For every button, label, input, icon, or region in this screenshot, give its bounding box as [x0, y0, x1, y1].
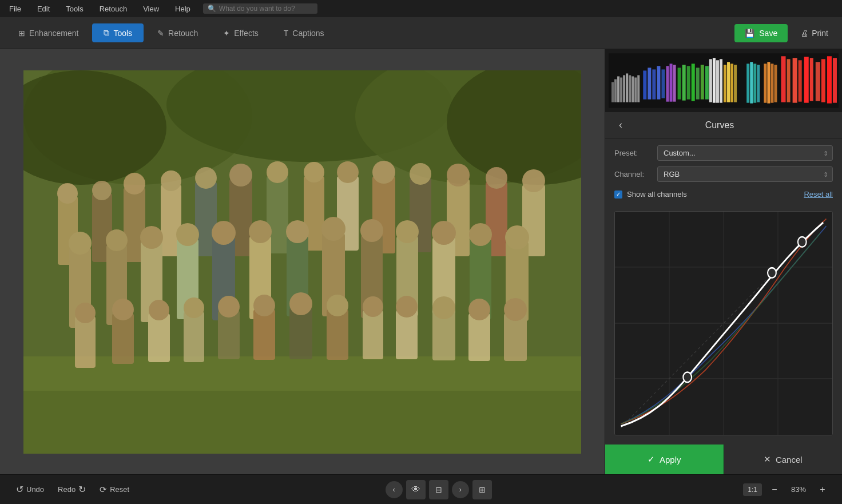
svg-rect-126: [724, 65, 726, 102]
compare-icon: ⊟: [435, 485, 442, 494]
print-button[interactable]: 🖨 Print: [793, 24, 835, 42]
svg-rect-141: [720, 59, 722, 102]
svg-rect-120: [632, 76, 634, 102]
search-icon: 🔍: [208, 5, 216, 13]
reset-all-link[interactable]: Reset all: [804, 190, 833, 199]
svg-rect-135: [767, 62, 770, 103]
svg-rect-91: [781, 56, 786, 102]
channel-row: Channel: RGB Red Green Blue Luminance: [614, 166, 833, 182]
eye-button[interactable]: 👁: [406, 480, 426, 499]
svg-rect-133: [757, 65, 760, 102]
svg-rect-100: [833, 58, 837, 102]
view-button[interactable]: ⊞: [472, 480, 492, 499]
undo-button[interactable]: ↺ Undo: [11, 482, 49, 497]
tab-effects[interactable]: ✦ Effects: [212, 23, 270, 42]
zoom-in-button[interactable]: +: [815, 482, 831, 498]
apply-button[interactable]: ✓ Apply: [605, 445, 724, 474]
svg-rect-105: [696, 68, 700, 99]
svg-rect-132: [753, 64, 756, 102]
nav-next-button[interactable]: ›: [452, 481, 469, 498]
svg-rect-99: [827, 56, 832, 103]
search-box[interactable]: 🔍: [203, 3, 317, 14]
svg-rect-107: [705, 66, 709, 99]
svg-rect-124: [670, 64, 673, 101]
cancel-x-icon: ✕: [764, 454, 771, 465]
curves-controls: Preset: Custom... Default Contrast+ Cont…: [605, 138, 842, 211]
toolbar-right: 💾 Save 🖨 Print: [734, 24, 835, 42]
effects-icon: ✦: [223, 29, 230, 38]
zoom-out-button[interactable]: −: [766, 482, 783, 498]
cancel-button[interactable]: ✕ Cancel: [724, 445, 843, 474]
svg-rect-95: [804, 57, 809, 102]
back-button[interactable]: ‹: [614, 118, 627, 132]
nav-prev-button[interactable]: ‹: [386, 481, 403, 498]
redo-icon: ↻: [78, 484, 86, 495]
redo-button[interactable]: Redo ↻: [53, 482, 90, 497]
photo-svg: [23, 70, 581, 454]
svg-rect-106: [701, 65, 704, 99]
tab-enhancement[interactable]: ⊞ Enhancement: [7, 23, 90, 42]
curves-svg: [615, 212, 832, 435]
menu-file[interactable]: File: [6, 3, 25, 14]
menu-edit[interactable]: Edit: [34, 3, 53, 14]
svg-rect-94: [799, 60, 802, 101]
svg-rect-104: [692, 64, 695, 101]
svg-rect-127: [727, 62, 730, 102]
photo-container: [23, 70, 581, 454]
curves-panel: ‹ Curves Preset: Custom... Default Contr…: [605, 112, 842, 445]
save-button[interactable]: 💾 Save: [734, 24, 788, 42]
svg-rect-92: [787, 59, 791, 102]
toolbar: ⊞ Enhancement ⧉ Tools ✎ Retouch ✦ Effect…: [0, 17, 842, 49]
svg-rect-89: [23, 70, 581, 454]
svg-rect-134: [764, 64, 766, 102]
tab-tools[interactable]: ⧉ Tools: [92, 23, 144, 42]
svg-rect-93: [793, 58, 797, 102]
curves-graph[interactable]: [614, 211, 833, 435]
menu-view[interactable]: View: [140, 3, 162, 14]
svg-rect-110: [652, 69, 656, 99]
histogram-svg: [609, 53, 839, 109]
right-panel: ‹ Curves Preset: Custom... Default Contr…: [605, 49, 842, 474]
reset-button[interactable]: ⟳ Reset: [95, 482, 134, 497]
search-input[interactable]: [219, 5, 311, 13]
zoom-level: 83%: [787, 485, 810, 494]
menu-retouch[interactable]: Retouch: [96, 3, 130, 14]
canvas-area[interactable]: [0, 49, 605, 474]
tab-retouch[interactable]: ✎ Retouch: [146, 23, 209, 42]
preset-select-wrapper: Custom... Default Contrast+ Contrast- Li…: [657, 145, 833, 161]
eye-icon: 👁: [411, 485, 420, 495]
svg-rect-117: [623, 75, 625, 102]
svg-rect-109: [648, 68, 651, 99]
svg-rect-111: [657, 66, 660, 99]
menu-help[interactable]: Help: [172, 3, 194, 14]
svg-rect-113: [611, 82, 614, 102]
svg-rect-128: [730, 64, 733, 102]
aspect-ratio-button[interactable]: 1:1: [743, 483, 762, 496]
bottom-center: ‹ 👁 ⊟ › ⊞: [141, 480, 736, 499]
svg-rect-101: [678, 68, 681, 99]
svg-rect-139: [713, 58, 716, 102]
menu-tools[interactable]: Tools: [62, 3, 86, 14]
captions-icon: T: [284, 29, 289, 38]
svg-rect-138: [709, 59, 712, 102]
compare-button[interactable]: ⊟: [429, 480, 448, 499]
panel-bottom: ✓ Apply ✕ Cancel: [605, 445, 842, 474]
svg-point-152: [798, 237, 807, 247]
preset-select[interactable]: Custom... Default Contrast+ Contrast- Li…: [657, 145, 833, 161]
svg-rect-136: [770, 64, 773, 102]
svg-rect-131: [750, 62, 753, 103]
channel-select[interactable]: RGB Red Green Blue Luminance: [657, 166, 833, 182]
curves-header: ‹ Curves: [605, 112, 842, 138]
menu-bar: File Edit Tools Retouch View Help 🔍: [0, 0, 842, 17]
svg-rect-98: [821, 59, 825, 102]
channel-label: Channel:: [614, 170, 652, 178]
svg-rect-121: [634, 77, 637, 102]
channel-select-wrapper: RGB Red Green Blue Luminance: [657, 166, 833, 182]
svg-rect-122: [637, 75, 640, 102]
tab-captions[interactable]: T Captions: [272, 23, 336, 42]
bottom-left: ↺ Undo Redo ↻ ⟳ Reset: [11, 482, 134, 497]
svg-rect-102: [682, 65, 686, 100]
print-icon: 🖨: [800, 29, 808, 38]
show-channels-checkbox[interactable]: ✓: [614, 191, 622, 199]
enhancement-icon: ⊞: [18, 29, 25, 38]
